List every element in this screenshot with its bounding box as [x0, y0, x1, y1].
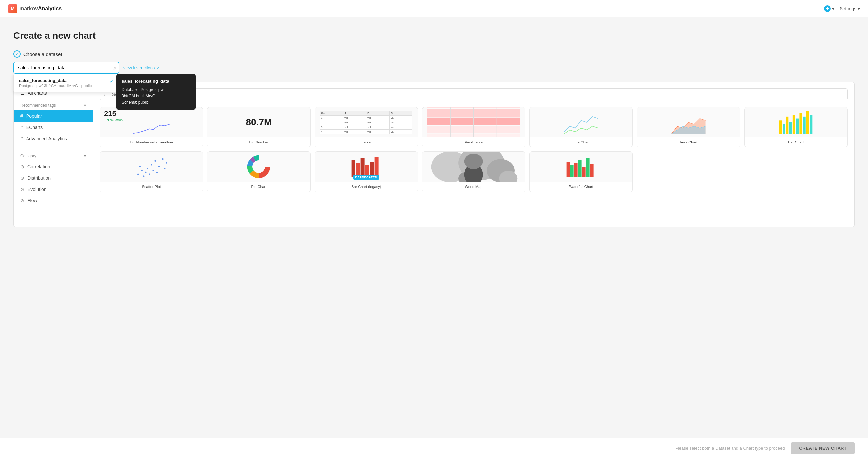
plus-icon: +: [824, 5, 831, 12]
view-instructions-link[interactable]: view instructions ↗: [123, 65, 160, 70]
svg-rect-19: [806, 111, 809, 134]
sidebar-correlation[interactable]: ⊙ Correlation: [13, 161, 93, 172]
settings-button[interactable]: Settings ▾: [839, 6, 860, 11]
logo-mark: M: [8, 4, 17, 13]
svg-point-29: [162, 158, 164, 160]
area-svg: [637, 109, 740, 135]
chart-card-scatter[interactable]: Scatter Plot: [100, 151, 203, 192]
tag-advanced-label: Advanced-Analytics: [26, 136, 67, 141]
svg-rect-15: [793, 115, 796, 133]
svg-rect-45: [361, 158, 365, 177]
category-label: Category: [20, 154, 36, 158]
big-number-plain-value: 80.7M: [246, 117, 272, 128]
pie-svg: [247, 155, 270, 178]
svg-rect-43: [351, 160, 355, 177]
dropdown-item-sub: Postgresql wf-3bfrCALbuuHMrvG - public: [19, 84, 92, 88]
page-title: Create a new chart: [13, 30, 855, 41]
distribution-icon: ⊙: [20, 175, 24, 181]
svg-point-35: [153, 170, 154, 171]
add-button[interactable]: + ▾: [824, 5, 834, 12]
svg-point-34: [156, 172, 158, 173]
svg-point-21: [137, 174, 139, 175]
check-icon: ✓: [13, 50, 21, 58]
svg-point-30: [164, 168, 166, 170]
app-logo: M markovAnalytics: [8, 4, 62, 13]
create-chart-button[interactable]: CREATE NEW CHART: [791, 442, 855, 454]
dataset-dropdown: sales_forecasting_data Postgresql wf-3bf…: [13, 73, 119, 92]
sidebar-divider: [13, 147, 93, 147]
chart-search-input[interactable]: [100, 89, 848, 100]
category-chevron: ▾: [84, 154, 86, 158]
category-section[interactable]: Category ▾: [13, 150, 93, 161]
svg-rect-14: [789, 122, 792, 133]
svg-rect-56: [566, 162, 569, 177]
bar-svg: [745, 109, 847, 135]
chart-preview-bar-legacy: DEPRECATED: [315, 152, 418, 182]
big-number-value: 215: [104, 110, 116, 118]
world-map-svg: [427, 152, 520, 182]
chart-preview-line: [530, 108, 632, 137]
hash-icon-advanced: #: [20, 136, 23, 141]
tooltip-title: sales_forecasting_data: [122, 78, 190, 85]
chart-name-waterfall: Waterfall Chart: [530, 182, 632, 191]
chart-search-icon: ⌕: [104, 92, 106, 97]
distribution-label: Distribution: [28, 175, 51, 181]
sidebar-tag-popular[interactable]: # Popular: [13, 110, 93, 122]
sidebar-evolution[interactable]: ⊙ Evolution: [13, 184, 93, 195]
chart-name-bar: Bar Chart: [745, 137, 847, 147]
dataset-row: ⌕ sales_forecasting_data Postgresql wf-3…: [13, 62, 855, 73]
dropdown-check-icon: ✓: [110, 79, 114, 84]
tag-popular-label: Popular: [26, 113, 42, 119]
chart-card-big-number-trendline[interactable]: 215 +70% WoW Big Number with Trendline: [100, 107, 203, 148]
chart-card-area[interactable]: Area Chart: [637, 107, 740, 148]
sidebar-tag-echarts[interactable]: # ECharts: [13, 122, 93, 133]
svg-point-42: [254, 162, 264, 171]
chart-card-bar[interactable]: Bar Chart: [744, 107, 848, 148]
chart-name-world-map: World Map: [423, 182, 525, 191]
dataset-input-wrap: ⌕: [13, 62, 119, 73]
dropdown-item-text: sales_forecasting_data Postgresql wf-3bf…: [19, 78, 92, 88]
hash-icon-echarts: #: [20, 125, 23, 130]
dataset-tooltip: sales_forecasting_data Database: Postgre…: [116, 74, 196, 110]
sidebar-distribution[interactable]: ⊙ Distribution: [13, 172, 93, 184]
settings-chevron: ▾: [858, 6, 860, 11]
svg-point-31: [166, 162, 168, 164]
logo-text: markovAnalytics: [19, 6, 62, 11]
chart-preview-table: Col A B C 1 val val val 2 val val val: [315, 108, 418, 137]
svg-rect-20: [810, 115, 812, 133]
chart-card-big-number[interactable]: 80.7M Big Number: [207, 107, 310, 148]
deprecated-badge: DEPRECATED: [353, 175, 379, 180]
chart-card-waterfall[interactable]: Waterfall Chart: [529, 151, 633, 192]
correlation-label: Correlation: [28, 164, 50, 169]
dropdown-item[interactable]: sales_forecasting_data Postgresql wf-3bf…: [13, 74, 119, 92]
svg-rect-13: [786, 117, 788, 133]
flow-label: Flow: [28, 198, 37, 203]
chart-card-pie[interactable]: Pie Chart: [207, 151, 310, 192]
sidebar-flow[interactable]: ⊙ Flow: [13, 195, 93, 206]
svg-point-32: [147, 168, 148, 170]
recommended-chevron: ▾: [84, 103, 86, 108]
chart-card-world-map[interactable]: World Map: [422, 151, 525, 192]
sidebar-tag-advanced[interactable]: # Advanced-Analytics: [13, 133, 93, 144]
bottom-bar: Please select both a Dataset and a Chart…: [0, 438, 868, 458]
svg-rect-59: [578, 160, 582, 177]
chart-card-line[interactable]: Line Chart: [529, 107, 633, 148]
chart-name-area: Area Chart: [637, 137, 740, 147]
scatter-svg: [100, 153, 203, 180]
dataset-label: ✓ Choose a dataset: [13, 50, 855, 58]
hash-icon-popular: #: [20, 113, 23, 119]
dataset-input[interactable]: [13, 62, 119, 73]
svg-point-23: [145, 172, 147, 173]
chart-card-pivot-table[interactable]: Pivot Table: [422, 107, 525, 148]
svg-rect-61: [586, 158, 589, 177]
waterfall-svg: [535, 155, 627, 178]
chart-preview-big-number-trendline: 215 +70% WoW: [100, 108, 203, 137]
chart-search-wrap: ⌕: [100, 89, 848, 100]
chart-name-pie: Pie Chart: [207, 182, 310, 191]
chart-grid: 215 +70% WoW Big Number with Trendline 8…: [100, 107, 848, 192]
recommended-tags-section[interactable]: Recommended tags ▾: [13, 99, 93, 110]
chart-card-table[interactable]: Col A B C 1 val val val 2 val val val: [315, 107, 418, 148]
svg-rect-57: [570, 165, 574, 177]
chart-name-big-number: Big Number: [207, 137, 310, 147]
chart-card-bar-legacy[interactable]: DEPRECATED Bar Chart (legacy): [315, 151, 418, 192]
